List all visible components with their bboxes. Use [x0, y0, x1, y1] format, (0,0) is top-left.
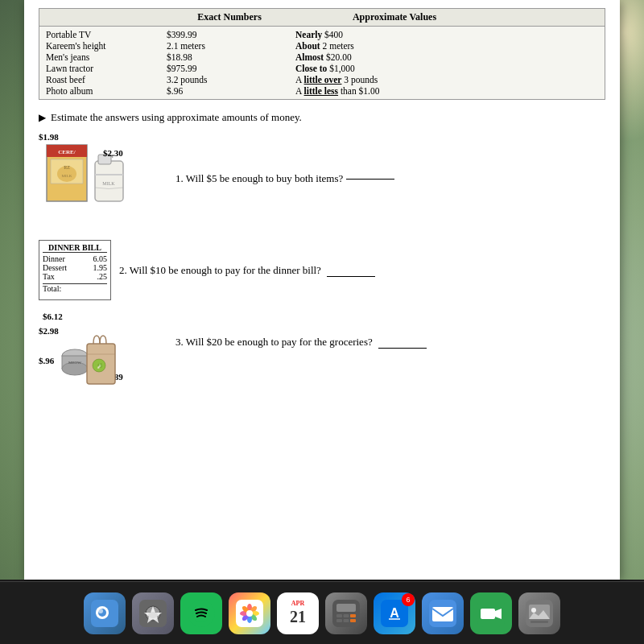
svg-text:A: A [390, 606, 399, 620]
finder-icon [91, 600, 118, 627]
price-tag-2: $2.30 [103, 148, 123, 158]
svg-rect-45 [336, 619, 342, 622]
calendar-display: APR 21 [290, 600, 306, 627]
mail-icon [429, 600, 456, 627]
svg-text:🥬: 🥬 [97, 363, 103, 369]
dock-item-photos2[interactable] [518, 592, 560, 634]
q1-question: 1. Will $5 be enough to buy both items? [175, 172, 343, 185]
dinner-bill-title: DINNER BILL [43, 243, 107, 253]
svg-rect-47 [350, 619, 356, 622]
dinner-label: Dinner [43, 254, 65, 263]
total-label: Total: [43, 284, 61, 293]
grocery-bag-icon: MEOW 🥬 [55, 332, 119, 392]
calculator-icon [332, 600, 360, 627]
appstore-badge: 6 [402, 593, 415, 606]
row-exact: $399.99 [165, 30, 294, 39]
q3-question: 3. Will $20 be enough to pay for the gro… [175, 336, 373, 348]
questions-area: $1.98 CERE/ RZ MILK MILK [39, 132, 605, 392]
approx-suffix: 3 pounds [341, 75, 378, 85]
table-row: Lawn tractor $975.99 Close to $1,000 [44, 63, 600, 74]
approx-rest: 2 meters [320, 41, 354, 51]
dock-item-facetime[interactable] [470, 592, 512, 634]
q1-answer-line [346, 179, 394, 180]
svg-rect-60 [530, 621, 548, 623]
dock-item-spotify[interactable] [180, 592, 222, 634]
q3-text: 3. Will $20 be enough to pay for the gro… [175, 312, 605, 349]
table-row: Photo album $.96 A little less than $1.0… [44, 85, 600, 97]
bill-total-row: Total: [43, 283, 107, 293]
dock-item-photos[interactable] [229, 592, 270, 634]
photos2-icon [526, 600, 553, 627]
approx-underline-text: little over [304, 75, 342, 85]
dessert-price: 1.95 [93, 263, 108, 272]
approx-suffix: than $1.00 [338, 86, 379, 96]
row-exact: 2.1 meters [165, 41, 294, 51]
dock-item-finder[interactable] [84, 592, 126, 634]
row-approx: Almost $20.00 [294, 52, 495, 62]
q1-text: 1. Will $5 be enough to buy both items? [175, 132, 605, 185]
svg-rect-9 [95, 174, 123, 175]
svg-rect-54 [481, 609, 495, 619]
approx-bold-text: About [295, 41, 320, 51]
dock-item-launchpad[interactable] [132, 592, 174, 634]
page-content: Exact Numbers Approximate Values Portabl… [24, 0, 620, 580]
launchpad-icon [139, 600, 167, 627]
tax-label: Tax [43, 272, 55, 281]
dessert-label: Dessert [43, 263, 67, 272]
arrow-icon: ▶ [39, 112, 46, 124]
dock-item-appstore[interactable]: A 6 [374, 592, 415, 634]
calendar-day: 21 [290, 607, 306, 626]
dock: APR 21 A 6 [0, 581, 644, 644]
row-approx: About 2 meters [294, 41, 495, 51]
milk-jug-icon: MILK [87, 151, 131, 208]
q3-images: $6.12 $2.98 $.96 $4.89 MEOW [39, 312, 167, 392]
question-3-area: $6.12 $2.98 $.96 $4.89 MEOW [39, 312, 605, 392]
table-row: Roast beef 3.2 pounds A little over 3 po… [44, 74, 600, 85]
col-header-item [44, 11, 165, 23]
price-tag-3a: $6.12 [43, 312, 63, 321]
approx-prefix: A [295, 86, 304, 96]
instruction-line: ▶ Estimate the answers using approximate… [39, 111, 605, 124]
svg-rect-44 [350, 614, 356, 617]
price-tag-3c: $.96 [39, 356, 54, 365]
bill-row-tax: Tax .25 [43, 272, 107, 281]
dock-item-calendar[interactable]: APR 21 [277, 592, 319, 634]
row-approx: A little over 3 pounds [294, 75, 495, 85]
bill-row-dinner: Dinner 6.05 [43, 254, 107, 263]
svg-text:CERE/: CERE/ [58, 149, 76, 155]
col-header-exact: Exact Numbers [165, 11, 294, 23]
table-header: Exact Numbers Approximate Values [39, 9, 605, 27]
question-1-area: $1.98 CERE/ RZ MILK MILK [39, 132, 605, 229]
row-label: Lawn tractor [44, 64, 165, 73]
svg-rect-52 [432, 607, 453, 621]
bill-row-dessert: Dessert 1.95 [43, 263, 107, 272]
approx-rest: $20.00 [324, 52, 352, 62]
svg-text:MILK: MILK [102, 181, 115, 186]
approx-rest: $400 [322, 30, 343, 39]
row-exact: 3.2 pounds [165, 75, 294, 85]
svg-point-59 [531, 608, 536, 613]
approx-prefix: A [295, 75, 304, 85]
svg-point-39 [246, 610, 253, 617]
photos-icon [236, 600, 263, 627]
facetime-icon [477, 600, 505, 627]
row-label: Men's jeans [44, 52, 165, 62]
dock-item-calculator[interactable] [325, 592, 367, 634]
table-body: Portable TV $399.99 Nearly $400 Kareem's… [39, 27, 605, 99]
approx-underline-text: little less [304, 86, 338, 96]
approx-bold-text: Almost [295, 52, 324, 62]
row-label: Kareem's height [44, 41, 165, 51]
q2-question: 2. Will $10 be enough to pay for the din… [119, 264, 321, 276]
spotify-icon [188, 600, 215, 627]
row-approx: Nearly $400 [294, 30, 495, 39]
svg-rect-46 [344, 619, 349, 622]
row-exact: $18.98 [165, 52, 294, 62]
dock-item-mail[interactable] [422, 592, 464, 634]
q2-answer-line [327, 276, 375, 277]
reference-table: Exact Numbers Approximate Values Portabl… [39, 8, 605, 100]
svg-rect-43 [344, 614, 349, 617]
approx-bold-text: Close to [295, 64, 327, 73]
approx-rest: $1,000 [327, 64, 355, 73]
row-label: Portable TV [44, 30, 165, 39]
price-tag-1: $1.98 [39, 132, 59, 142]
